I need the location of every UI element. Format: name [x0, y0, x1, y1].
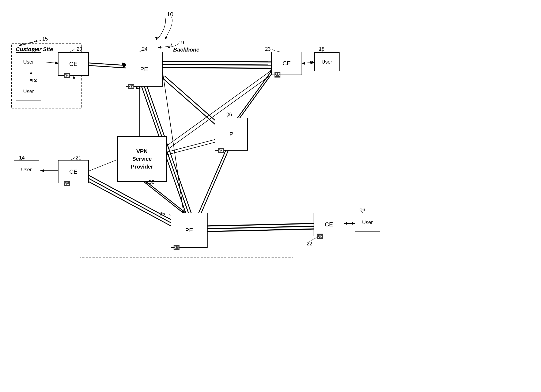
ref-26: 26: [226, 111, 232, 117]
ref-24: 24: [142, 46, 148, 52]
id-33: 33: [218, 148, 224, 153]
ref-13: 13: [31, 78, 37, 84]
user13-label: User: [23, 89, 34, 94]
ref-15: 15: [42, 36, 48, 42]
node-ce23: CE: [271, 52, 302, 75]
p26-label: P: [229, 131, 233, 138]
svg-line-14: [163, 64, 272, 65]
ref-16: 16: [360, 207, 365, 213]
node-user13: User: [16, 82, 41, 101]
node-user18: User: [314, 52, 339, 71]
pe25-label: PE: [185, 227, 193, 234]
node-pe25: PE: [171, 213, 208, 248]
svg-marker-2: [155, 37, 158, 40]
node-user12: User: [16, 52, 41, 71]
svg-line-10: [89, 65, 127, 68]
svg-line-9: [89, 63, 127, 65]
svg-line-13: [163, 61, 272, 62]
ref-12: 12: [31, 47, 37, 53]
node-vpnsp: VPN Service Provider: [117, 136, 167, 182]
node-user16: User: [355, 213, 380, 232]
node-ce-bot: CE: [314, 213, 344, 236]
svg-line-27: [141, 179, 184, 213]
svg-line-52: [167, 142, 215, 155]
id-32: 32: [128, 84, 134, 89]
user14-label: User: [21, 167, 32, 172]
id-31: 31: [64, 181, 70, 186]
ref-20: 20: [77, 46, 82, 52]
svg-marker-48: [344, 222, 347, 225]
user16-label: User: [362, 220, 373, 225]
svg-line-35: [207, 229, 315, 231]
svg-marker-8: [30, 71, 32, 74]
user12-label: User: [23, 59, 34, 65]
svg-line-51: [167, 139, 215, 152]
svg-marker-68: [145, 182, 148, 184]
id-34: 34: [174, 245, 179, 250]
svg-line-39: [198, 150, 226, 213]
svg-line-31: [89, 178, 171, 223]
id-36: 36: [317, 234, 323, 239]
ref-14: 14: [19, 155, 25, 161]
ce20-label: CE: [69, 61, 78, 67]
svg-marker-72: [165, 36, 168, 39]
svg-line-16: [163, 78, 215, 125]
svg-line-30: [89, 175, 171, 220]
ce23-label: CE: [282, 60, 291, 67]
ref-21: 21: [76, 155, 81, 161]
node-p26: P: [215, 118, 248, 151]
pe24-label: PE: [140, 66, 148, 73]
id-35: 35: [275, 72, 281, 78]
user18-label: User: [322, 59, 332, 65]
svg-marker-71: [168, 46, 170, 49]
ce21-label: CE: [69, 168, 78, 175]
ref-10: 10: [167, 11, 173, 18]
ref-18: 18: [319, 46, 325, 52]
svg-marker-22: [135, 86, 138, 89]
ref-22: 22: [307, 241, 312, 247]
svg-marker-45: [302, 62, 305, 65]
ce-bot-label: CE: [325, 221, 333, 228]
node-ce21: CE: [58, 160, 89, 183]
backbone-label: Backbone: [173, 47, 199, 53]
node-pe24: PE: [126, 52, 163, 87]
svg-line-41: [302, 62, 315, 63]
svg-marker-4: [158, 46, 161, 49]
ref-19: 19: [178, 40, 184, 46]
svg-marker-47: [352, 222, 355, 225]
svg-line-17: [165, 76, 218, 122]
id-30: 30: [64, 73, 70, 78]
svg-line-40: [201, 150, 229, 213]
svg-line-42: [302, 62, 315, 63]
vpnsp-label: VPN Service Provider: [131, 147, 153, 170]
ref-25: 25: [159, 211, 165, 217]
node-ce20: CE: [58, 52, 89, 76]
svg-line-5: [44, 62, 59, 63]
ref-23: 23: [265, 46, 271, 52]
svg-marker-57: [73, 76, 75, 78]
svg-line-15: [163, 68, 272, 68]
svg-line-34: [207, 226, 315, 229]
diagram-container: 10 Customer Site 15 Backbone 19 User 12 …: [0, 0, 541, 392]
svg-marker-24: [138, 86, 141, 89]
svg-line-43: [302, 62, 315, 63]
svg-marker-70: [20, 43, 23, 46]
svg-line-25: [89, 158, 120, 171]
ref-50: 50: [149, 179, 155, 185]
svg-line-33: [207, 224, 315, 226]
svg-line-32: [89, 182, 171, 226]
node-user14: User: [14, 160, 39, 179]
